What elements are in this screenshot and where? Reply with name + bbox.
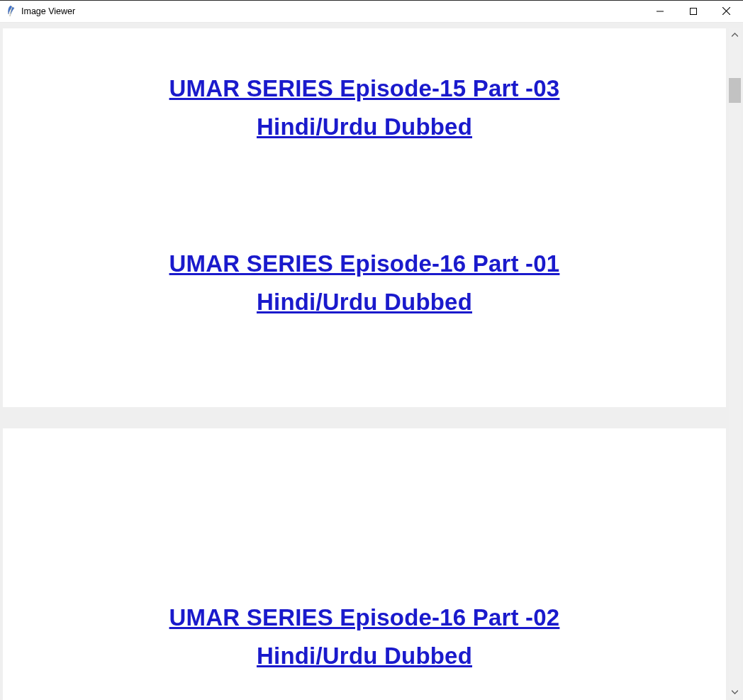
svg-line-2: [722, 7, 730, 15]
episode-link-line2: Hindi/Urdu Dubbed: [3, 637, 726, 675]
card-gap: [3, 407, 726, 428]
scrollbar-thumb[interactable]: [729, 78, 741, 103]
episode-link-block: UMAR SERIES Episode-16 Part -01 Hindi/Ur…: [3, 245, 726, 322]
episode-link-line2: Hindi/Urdu Dubbed: [3, 283, 726, 321]
scroll-up-arrow-icon[interactable]: [729, 28, 741, 40]
window-titlebar: Image Viewer: [0, 0, 743, 23]
content-card: UMAR SERIES Episode-15 Part -03 Hindi/Ur…: [3, 28, 726, 407]
episode-link-block: UMAR SERIES Episode-15 Part -03 Hindi/Ur…: [3, 70, 726, 147]
svg-rect-1: [690, 8, 696, 14]
maximize-button[interactable]: [676, 1, 710, 21]
episode-link-line2: Hindi/Urdu Dubbed: [3, 108, 726, 146]
episode-link[interactable]: UMAR SERIES Episode-16 Part -01 Hindi/Ur…: [3, 245, 726, 322]
svg-line-3: [722, 7, 730, 15]
episode-link-line1: UMAR SERIES Episode-15 Part -03: [3, 70, 726, 108]
episode-link[interactable]: UMAR SERIES Episode-15 Part -03 Hindi/Ur…: [3, 70, 726, 147]
episode-link-line1: UMAR SERIES Episode-16 Part -01: [3, 245, 726, 283]
scroll-down-arrow-icon[interactable]: [729, 686, 741, 698]
vertical-scrollbar[interactable]: [729, 28, 741, 698]
episode-link[interactable]: UMAR SERIES Episode-16 Part -02 Hindi/Ur…: [3, 599, 726, 676]
close-button[interactable]: [710, 1, 743, 21]
content-viewport: UMAR SERIES Episode-15 Part -03 Hindi/Ur…: [3, 28, 726, 700]
window-controls: [643, 1, 743, 22]
window-title: Image Viewer: [21, 6, 75, 16]
content-card: UMAR SERIES Episode-16 Part -02 Hindi/Ur…: [3, 428, 726, 700]
minimize-button[interactable]: [643, 1, 676, 21]
episode-link-block: UMAR SERIES Episode-16 Part -02 Hindi/Ur…: [3, 599, 726, 676]
episode-link-line1: UMAR SERIES Episode-16 Part -02: [3, 599, 726, 637]
client-area: UMAR SERIES Episode-15 Part -03 Hindi/Ur…: [0, 23, 743, 700]
app-feather-icon: [6, 5, 16, 18]
